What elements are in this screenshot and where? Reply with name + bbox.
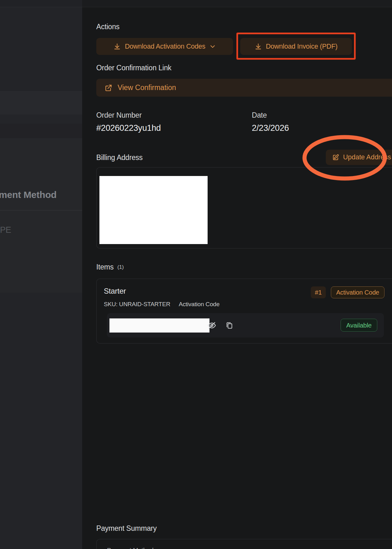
update-address-label: Update Address [343,153,391,161]
sidebar-band [0,124,82,139]
sidebar-band [0,115,82,124]
order-meta-row: Order Number #20260223yu1hd Date 2/23/20… [96,111,289,133]
payment-summary-card: Payment Method [96,539,392,549]
item-sku-label: SKU: UNRAID-STARTER [104,301,170,308]
billing-address-redacted [99,176,208,244]
update-address-button[interactable]: Update Address [326,150,392,165]
payment-type-value-cropped: PE [0,225,11,235]
billing-address-card [96,167,392,248]
item-index-badge: #1 [311,286,326,298]
item-card: Starter #1 Activation Code SKU: UNRAID-S… [96,279,392,344]
item-type-badge: Activation Code [331,286,384,298]
sidebar-band [0,139,82,293]
download-icon [114,43,121,50]
payment-summary-title: Payment Summary [96,524,157,533]
eye-off-icon [207,321,216,330]
item-name: Starter [104,287,126,296]
status-badge: Available [341,319,377,332]
download-activation-codes-label: Download Activation Codes [125,43,205,51]
order-date-block: Date 2/23/2026 [252,111,289,133]
order-number-value: #20260223yu1hd [96,123,252,133]
order-date-value: 2/23/2026 [252,123,289,133]
sidebar-band [0,0,82,7]
activation-code-redacted [109,318,209,333]
view-confirmation-button[interactable]: View Confirmation [96,79,392,97]
billing-address-title: Billing Address [96,153,143,162]
item-badges: #1 Activation Code [311,286,384,298]
download-activation-codes-button[interactable]: Download Activation Codes [96,38,233,55]
order-detail-panel: Actions Download Activation Codes Downlo… [82,0,392,549]
item-type-label: Activation Code [179,301,220,308]
items-label: Items [96,263,114,271]
divider [0,210,82,211]
actions-button-row: Download Activation Codes Download Invoi… [96,38,352,55]
download-invoice-label: Download Invoice (PDF) [266,43,338,51]
chevron-down-icon [209,43,216,50]
confirmation-link-title: Order Confirmation Link [96,64,172,72]
copy-code-button[interactable] [224,320,234,330]
background-page: ment Method PE [0,0,82,549]
order-number-block: Order Number #20260223yu1hd [96,111,252,133]
edit-icon [332,154,339,161]
download-invoice-button[interactable]: Download Invoice (PDF) [240,38,352,55]
toggle-code-visibility-button[interactable] [207,320,217,330]
external-link-icon [104,84,113,92]
items-count: (1) [117,264,124,270]
panel-top-strip [82,0,392,7]
order-number-label: Order Number [96,111,252,120]
items-title: Items(1) [96,263,124,271]
actions-title: Actions [96,23,119,31]
order-date-label: Date [252,111,289,120]
billing-header: Billing Address Update Address [96,150,392,165]
payment-method-label: Payment Method [107,547,153,549]
activation-code-row: Available [107,313,384,338]
view-confirmation-label: View Confirmation [118,83,176,92]
item-sku-row: SKU: UNRAID-STARTER Activation Code [104,301,220,308]
sidebar-band [0,293,82,549]
copy-icon [225,321,234,330]
sidebar-band [0,91,82,115]
payment-method-heading-cropped: ment Method [0,189,56,200]
download-icon [255,43,262,50]
